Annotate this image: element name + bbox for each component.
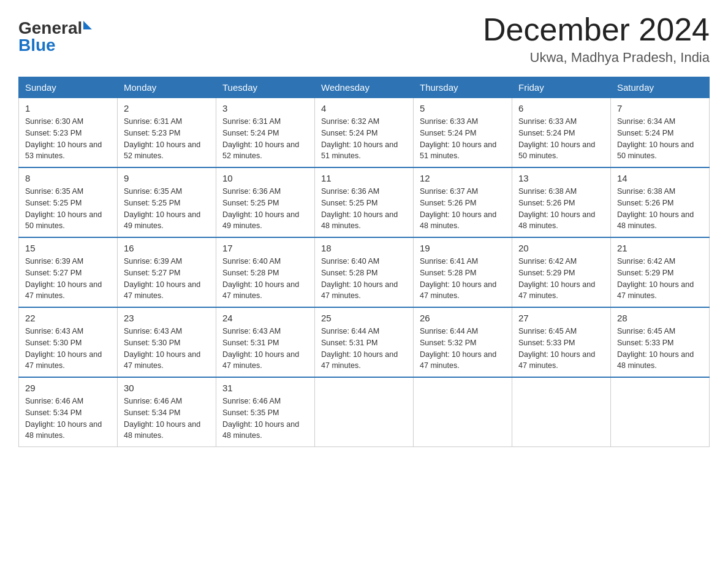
calendar-week-row: 8Sunrise: 6:35 AMSunset: 5:25 PMDaylight…	[19, 167, 710, 237]
calendar-week-row: 15Sunrise: 6:39 AMSunset: 5:27 PMDayligh…	[19, 237, 710, 307]
calendar-cell	[512, 377, 611, 447]
calendar-cell: 2Sunrise: 6:31 AMSunset: 5:23 PMDaylight…	[118, 98, 216, 168]
day-info: Sunrise: 6:45 AMSunset: 5:33 PMDaylight:…	[518, 326, 604, 372]
logo: General Blue	[18, 18, 92, 55]
col-header-wednesday: Wednesday	[315, 77, 414, 98]
col-header-monday: Monday	[118, 77, 216, 98]
day-info: Sunrise: 6:31 AMSunset: 5:23 PMDaylight:…	[124, 116, 210, 162]
calendar-cell: 15Sunrise: 6:39 AMSunset: 5:27 PMDayligh…	[19, 237, 118, 307]
calendar-cell: 7Sunrise: 6:34 AMSunset: 5:24 PMDaylight…	[611, 98, 710, 168]
calendar-cell: 31Sunrise: 6:46 AMSunset: 5:35 PMDayligh…	[216, 377, 315, 447]
calendar-cell	[315, 377, 414, 447]
location-title: Ukwa, Madhya Pradesh, India	[483, 50, 710, 66]
calendar-cell: 24Sunrise: 6:43 AMSunset: 5:31 PMDayligh…	[216, 307, 315, 377]
day-info: Sunrise: 6:46 AMSunset: 5:34 PMDaylight:…	[25, 396, 111, 442]
calendar-cell: 13Sunrise: 6:38 AMSunset: 5:26 PMDayligh…	[512, 167, 611, 237]
day-number: 17	[222, 243, 308, 253]
day-info: Sunrise: 6:37 AMSunset: 5:26 PMDaylight:…	[420, 186, 506, 232]
day-info: Sunrise: 6:30 AMSunset: 5:23 PMDaylight:…	[25, 116, 111, 162]
calendar-week-row: 29Sunrise: 6:46 AMSunset: 5:34 PMDayligh…	[19, 377, 710, 447]
calendar-table: SundayMondayTuesdayWednesdayThursdayFrid…	[18, 77, 710, 447]
day-info: Sunrise: 6:38 AMSunset: 5:26 PMDaylight:…	[617, 186, 703, 232]
day-number: 25	[321, 313, 407, 323]
day-number: 16	[124, 243, 210, 253]
calendar-cell: 29Sunrise: 6:46 AMSunset: 5:34 PMDayligh…	[19, 377, 118, 447]
day-number: 7	[617, 103, 703, 113]
title-area: December 2024 Ukwa, Madhya Pradesh, Indi…	[483, 12, 710, 66]
day-info: Sunrise: 6:42 AMSunset: 5:29 PMDaylight:…	[518, 256, 604, 302]
day-number: 21	[617, 243, 703, 253]
day-number: 14	[617, 173, 703, 183]
calendar-cell: 6Sunrise: 6:33 AMSunset: 5:24 PMDaylight…	[512, 98, 611, 168]
col-header-friday: Friday	[512, 77, 611, 98]
calendar-cell: 10Sunrise: 6:36 AMSunset: 5:25 PMDayligh…	[216, 167, 315, 237]
calendar-cell: 3Sunrise: 6:31 AMSunset: 5:24 PMDaylight…	[216, 98, 315, 168]
day-info: Sunrise: 6:39 AMSunset: 5:27 PMDaylight:…	[25, 256, 111, 302]
calendar-cell: 1Sunrise: 6:30 AMSunset: 5:23 PMDaylight…	[19, 98, 118, 168]
col-header-tuesday: Tuesday	[216, 77, 315, 98]
day-info: Sunrise: 6:44 AMSunset: 5:31 PMDaylight:…	[321, 326, 407, 372]
day-info: Sunrise: 6:43 AMSunset: 5:30 PMDaylight:…	[124, 326, 210, 372]
day-info: Sunrise: 6:36 AMSunset: 5:25 PMDaylight:…	[321, 186, 407, 232]
day-info: Sunrise: 6:45 AMSunset: 5:33 PMDaylight:…	[617, 326, 703, 372]
day-info: Sunrise: 6:46 AMSunset: 5:34 PMDaylight:…	[124, 396, 210, 442]
day-number: 6	[518, 103, 604, 113]
calendar-cell: 21Sunrise: 6:42 AMSunset: 5:29 PMDayligh…	[611, 237, 710, 307]
day-number: 1	[25, 103, 111, 113]
calendar-cell: 8Sunrise: 6:35 AMSunset: 5:25 PMDaylight…	[19, 167, 118, 237]
day-number: 28	[617, 313, 703, 323]
calendar-cell: 22Sunrise: 6:43 AMSunset: 5:30 PMDayligh…	[19, 307, 118, 377]
day-info: Sunrise: 6:32 AMSunset: 5:24 PMDaylight:…	[321, 116, 407, 162]
calendar-cell: 25Sunrise: 6:44 AMSunset: 5:31 PMDayligh…	[315, 307, 414, 377]
calendar-week-row: 1Sunrise: 6:30 AMSunset: 5:23 PMDaylight…	[19, 98, 710, 168]
day-number: 20	[518, 243, 604, 253]
day-info: Sunrise: 6:33 AMSunset: 5:24 PMDaylight:…	[420, 116, 506, 162]
calendar-cell: 14Sunrise: 6:38 AMSunset: 5:26 PMDayligh…	[611, 167, 710, 237]
day-number: 19	[420, 243, 506, 253]
day-number: 27	[518, 313, 604, 323]
day-number: 29	[25, 383, 111, 393]
day-info: Sunrise: 6:38 AMSunset: 5:26 PMDaylight:…	[518, 186, 604, 232]
page-header: General Blue December 2024 Ukwa, Madhya …	[18, 12, 710, 66]
day-number: 23	[124, 313, 210, 323]
day-info: Sunrise: 6:43 AMSunset: 5:31 PMDaylight:…	[222, 326, 308, 372]
day-info: Sunrise: 6:31 AMSunset: 5:24 PMDaylight:…	[222, 116, 308, 162]
day-number: 10	[222, 173, 308, 183]
col-header-thursday: Thursday	[414, 77, 512, 98]
calendar-cell	[414, 377, 512, 447]
calendar-cell: 4Sunrise: 6:32 AMSunset: 5:24 PMDaylight…	[315, 98, 414, 168]
day-number: 4	[321, 103, 407, 113]
calendar-cell: 18Sunrise: 6:40 AMSunset: 5:28 PMDayligh…	[315, 237, 414, 307]
logo-blue-text: Blue	[18, 36, 56, 55]
day-info: Sunrise: 6:36 AMSunset: 5:25 PMDaylight:…	[222, 186, 308, 232]
day-info: Sunrise: 6:35 AMSunset: 5:25 PMDaylight:…	[124, 186, 210, 232]
calendar-cell: 28Sunrise: 6:45 AMSunset: 5:33 PMDayligh…	[611, 307, 710, 377]
calendar-cell: 20Sunrise: 6:42 AMSunset: 5:29 PMDayligh…	[512, 237, 611, 307]
day-info: Sunrise: 6:33 AMSunset: 5:24 PMDaylight:…	[518, 116, 604, 162]
day-number: 12	[420, 173, 506, 183]
day-info: Sunrise: 6:43 AMSunset: 5:30 PMDaylight:…	[25, 326, 111, 372]
calendar-cell: 9Sunrise: 6:35 AMSunset: 5:25 PMDaylight…	[118, 167, 216, 237]
col-header-saturday: Saturday	[611, 77, 710, 98]
day-number: 8	[25, 173, 111, 183]
calendar-cell: 12Sunrise: 6:37 AMSunset: 5:26 PMDayligh…	[414, 167, 512, 237]
logo-triangle-icon	[83, 21, 92, 29]
calendar-cell: 17Sunrise: 6:40 AMSunset: 5:28 PMDayligh…	[216, 237, 315, 307]
day-number: 22	[25, 313, 111, 323]
calendar-cell: 5Sunrise: 6:33 AMSunset: 5:24 PMDaylight…	[414, 98, 512, 168]
col-header-sunday: Sunday	[19, 77, 118, 98]
calendar-cell: 26Sunrise: 6:44 AMSunset: 5:32 PMDayligh…	[414, 307, 512, 377]
day-number: 5	[420, 103, 506, 113]
day-number: 26	[420, 313, 506, 323]
day-info: Sunrise: 6:41 AMSunset: 5:28 PMDaylight:…	[420, 256, 506, 302]
day-info: Sunrise: 6:39 AMSunset: 5:27 PMDaylight:…	[124, 256, 210, 302]
day-number: 24	[222, 313, 308, 323]
calendar-cell: 11Sunrise: 6:36 AMSunset: 5:25 PMDayligh…	[315, 167, 414, 237]
day-number: 9	[124, 173, 210, 183]
day-number: 30	[124, 383, 210, 393]
calendar-cell: 30Sunrise: 6:46 AMSunset: 5:34 PMDayligh…	[118, 377, 216, 447]
day-info: Sunrise: 6:40 AMSunset: 5:28 PMDaylight:…	[222, 256, 308, 302]
day-number: 18	[321, 243, 407, 253]
calendar-cell: 19Sunrise: 6:41 AMSunset: 5:28 PMDayligh…	[414, 237, 512, 307]
day-info: Sunrise: 6:42 AMSunset: 5:29 PMDaylight:…	[617, 256, 703, 302]
